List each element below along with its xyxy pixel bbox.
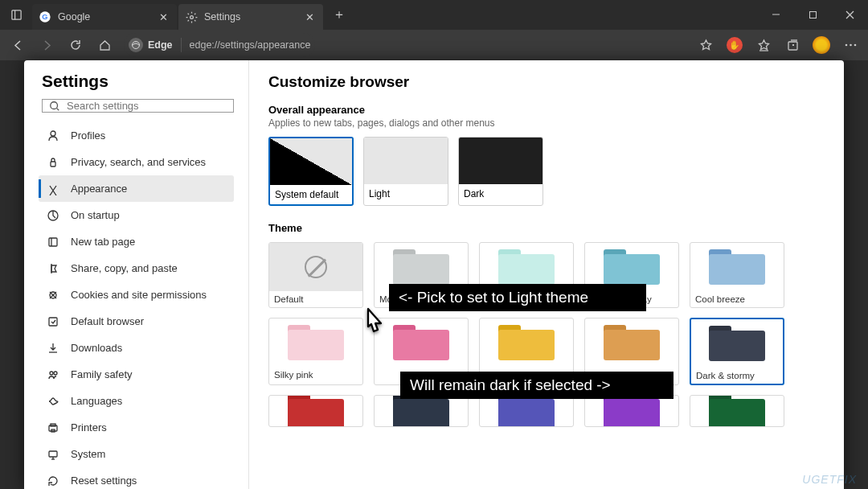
folder-icon xyxy=(288,395,344,427)
maximize-button[interactable] xyxy=(794,3,831,27)
close-icon[interactable]: ✕ xyxy=(156,11,170,23)
sidebar-item-share-copy-and-paste[interactable]: Share, copy, and paste xyxy=(39,255,234,281)
folder-icon xyxy=(498,325,555,360)
sidebar-item-system[interactable]: System xyxy=(39,441,234,467)
theme-option-silky-pink[interactable]: Silky pink xyxy=(268,318,363,385)
theme-option-theme[interactable] xyxy=(268,395,363,427)
tab-actions-button[interactable] xyxy=(0,9,32,21)
sidebar-item-downloads[interactable]: Downloads xyxy=(39,335,234,361)
sidebar-item-appearance[interactable]: Appearance xyxy=(39,175,234,202)
appearance-option-light[interactable]: Light xyxy=(363,137,448,206)
watermark: UGETFIX xyxy=(802,473,857,486)
svg-point-4 xyxy=(190,15,193,18)
sidebar-item-label: Profiles xyxy=(71,129,105,142)
close-icon[interactable]: ✕ xyxy=(302,11,317,23)
sidebar-item-label: Printers xyxy=(71,421,107,434)
folder-icon xyxy=(604,249,660,285)
nav-icon xyxy=(47,262,59,275)
sidebar-item-family-safety[interactable]: Family safety xyxy=(39,361,234,388)
sidebar-item-label: Share, copy, and paste xyxy=(71,262,178,274)
nav-icon xyxy=(47,448,59,461)
gear-icon xyxy=(185,10,198,23)
theme-option-cool-breeze[interactable]: Cool breeze xyxy=(690,242,784,308)
svg-rect-21 xyxy=(49,238,57,246)
folder-icon xyxy=(393,395,449,427)
appearance-option-dark[interactable]: Dark xyxy=(458,137,543,206)
sidebar-item-printers[interactable]: Printers xyxy=(39,414,234,441)
search-icon xyxy=(49,101,60,112)
svg-rect-33 xyxy=(49,451,57,457)
svg-rect-19 xyxy=(51,162,55,166)
sidebar-item-default-browser[interactable]: Default browser xyxy=(39,308,234,335)
theme-label: Dark & stormy xyxy=(691,368,783,384)
avatar xyxy=(813,36,830,54)
theme-option-theme[interactable] xyxy=(584,395,679,427)
overall-appearance-sub: Applies to new tabs, pages, dialogs and … xyxy=(268,117,825,129)
refresh-button[interactable] xyxy=(63,32,88,58)
extension-icon[interactable]: ✋ xyxy=(722,32,747,58)
nav-icon xyxy=(47,315,59,328)
tab-google[interactable]: G Google ✕ xyxy=(32,4,177,30)
sidebar-item-label: Family safety xyxy=(71,368,133,380)
svg-rect-26 xyxy=(49,318,57,326)
folder-icon xyxy=(709,326,765,361)
svg-point-28 xyxy=(50,372,53,375)
sidebar-item-label: Default browser xyxy=(71,315,144,327)
folder-icon xyxy=(498,249,555,285)
titlebar: G Google ✕ Settings ✕ ＋ xyxy=(0,0,868,30)
search-input[interactable] xyxy=(67,100,227,112)
settings-sidebar: Settings ProfilesPrivacy, search, and se… xyxy=(24,60,249,489)
menu-button[interactable] xyxy=(837,32,863,58)
folder-icon xyxy=(709,395,765,427)
site-identity: Edge xyxy=(148,39,173,51)
sidebar-item-cookies-and-site-permissions[interactable]: Cookies and site permissions xyxy=(39,281,234,308)
theme-option-theme[interactable] xyxy=(479,395,574,427)
appearance-label: Light xyxy=(364,184,448,203)
profile-avatar[interactable] xyxy=(809,32,834,58)
forward-button[interactable] xyxy=(34,32,59,58)
home-button[interactable] xyxy=(92,32,117,58)
theme-label: Default xyxy=(269,291,362,307)
folder-icon xyxy=(498,395,555,427)
toolbar: Edge edge://settings/appearance ✋ xyxy=(0,30,868,60)
new-tab-button[interactable]: ＋ xyxy=(328,4,350,27)
favorites-button[interactable] xyxy=(751,32,776,58)
sidebar-item-privacy-search-and-services[interactable]: Privacy, search, and services xyxy=(39,149,234,175)
back-button[interactable] xyxy=(5,32,31,58)
annotation-light: <- Pick to set to Light theme xyxy=(389,284,646,311)
nav-icon xyxy=(47,156,59,169)
sidebar-item-languages[interactable]: Languages xyxy=(39,388,234,414)
sidebar-item-label: Reset settings xyxy=(71,475,137,487)
collections-button[interactable] xyxy=(780,32,805,58)
theme-label: Theme xyxy=(268,222,825,234)
sidebar-item-profiles[interactable]: Profiles xyxy=(39,122,234,149)
svg-line-17 xyxy=(57,108,59,110)
svg-text:G: G xyxy=(42,13,47,21)
sidebar-item-new-tab-page[interactable]: New tab page xyxy=(39,228,234,255)
nav-icon xyxy=(47,236,59,249)
svg-point-9 xyxy=(133,42,140,49)
theme-option-dark-stormy[interactable]: Dark & stormy xyxy=(690,318,784,385)
close-window-button[interactable] xyxy=(831,3,868,27)
svg-point-13 xyxy=(845,44,847,47)
nav-icon xyxy=(47,129,59,142)
tab-title: Google xyxy=(58,11,90,23)
address-bar[interactable]: Edge edge://settings/appearance xyxy=(124,33,315,57)
minimize-button[interactable] xyxy=(757,3,794,27)
svg-point-16 xyxy=(51,101,58,109)
tab-settings[interactable]: Settings ✕ xyxy=(178,4,323,30)
prohibited-icon xyxy=(305,256,327,278)
sidebar-item-on-startup[interactable]: On startup xyxy=(39,202,234,228)
theme-option-theme[interactable] xyxy=(374,395,469,427)
theme-option-default[interactable]: Default xyxy=(268,242,363,308)
appearance-label: System default xyxy=(270,185,352,204)
favorite-button[interactable] xyxy=(693,32,719,58)
search-settings-input[interactable] xyxy=(42,99,234,113)
theme-option-theme[interactable] xyxy=(690,395,784,427)
settings-main: Customize browser Overall appearance App… xyxy=(249,60,844,489)
theme-label: Cool breeze xyxy=(690,291,784,307)
overall-appearance-label: Overall appearance xyxy=(268,104,825,116)
appearance-option-system-default[interactable]: System default xyxy=(268,137,354,206)
sidebar-item-reset-settings[interactable]: Reset settings xyxy=(39,467,234,489)
nav-icon xyxy=(47,342,59,355)
